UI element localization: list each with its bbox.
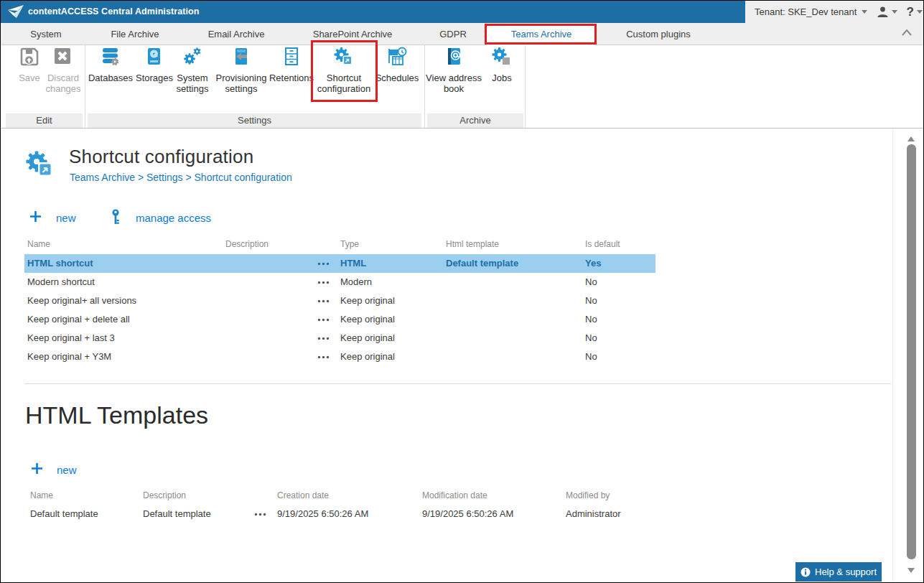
column-header-type[interactable]: Type [340,239,446,249]
manage-access-button[interactable]: manage access [136,212,211,224]
topbar: contentACCESS Central Administration Ten… [1,1,923,23]
tenant-selector[interactable]: Tenant: SKE_Dev tenant [755,6,857,17]
cell-name: Keep original+ all versions [24,292,225,310]
row-actions-icon[interactable] [317,254,340,273]
user-icon [877,6,889,18]
ribbon-item-label: Databases [85,73,136,83]
shortcut-row-keep-original-delete-all[interactable]: Keep original + delete all Keep original… [24,310,655,329]
row-actions-icon[interactable] [317,292,340,310]
cell-name: Keep original + Y3M [24,348,225,366]
ribbon-item-label: Provisioning settings [209,73,274,94]
tenant-caret-icon[interactable] [862,10,867,14]
tab-file-archive[interactable]: File Archive [111,23,159,45]
ribbon: Save Discard changes Databases [1,45,923,129]
row-actions-icon[interactable] [317,329,340,348]
row-actions-icon[interactable] [317,310,340,329]
cell-description [225,310,317,329]
tab-email-archive[interactable]: Email Archive [208,23,265,45]
templates-table-header: Name Description Creation date Modificat… [24,490,655,500]
cell-name: HTML shortcut [24,254,225,273]
section-divider [24,383,891,384]
user-menu[interactable] [877,6,889,18]
row-actions-icon[interactable] [317,348,340,366]
shortcut-configuration-highlight-box [311,40,378,102]
new-shortcut-button[interactable]: new [56,212,76,224]
column-header-description[interactable]: Description [225,239,317,249]
cell-name: Default template [24,505,143,523]
row-actions-icon[interactable] [317,273,340,292]
column-header-name[interactable]: Name [24,239,225,249]
cell-description [225,348,317,366]
ribbon-databases-button[interactable]: Databases [85,45,136,83]
cell-html-template: Default template [446,254,585,273]
cell-name: Modern shortcut [24,273,225,292]
system-settings-icon [182,46,203,67]
shortcut-row-keep-original-last-3[interactable]: Keep original + last 3 Keep original No [24,329,655,348]
page-title: Shortcut configuration [69,146,253,168]
ribbon-jobs-button[interactable]: Jobs [477,45,527,83]
cell-html-template [446,273,585,292]
storages-icon [144,46,165,67]
ribbon-provisioning-settings-button[interactable]: Provisioning settings [209,45,274,94]
shortcut-row-keep-original-all-versions[interactable]: Keep original+ all versions Keep origina… [24,292,655,310]
cell-description [225,329,317,348]
cell-html-template [446,292,585,310]
help-caret-icon[interactable] [917,10,923,14]
ribbon-discard-changes-button[interactable]: Discard changes [38,45,88,94]
column-header-is-default[interactable]: Is default [585,239,655,249]
row-actions-icon[interactable] [254,505,277,523]
ribbon-group-archive: Archive [427,113,523,128]
column-header-creation-date[interactable]: Creation date [277,490,422,500]
column-header-html-template[interactable]: Html template [446,239,585,249]
shortcut-row-html-shortcut[interactable]: HTML shortcut HTML Default template Yes [24,254,655,273]
cell-modified-by: Administrator [566,505,655,523]
new-template-button[interactable]: new [57,464,77,476]
new-shortcut-plus-icon[interactable] [29,210,42,223]
ribbon-separator [525,45,526,128]
user-caret-icon[interactable] [892,10,897,14]
cell-description: Default template [143,505,254,523]
help-support-button[interactable]: Help & support [795,562,882,582]
schedules-icon [386,46,408,67]
page-icon [24,149,56,180]
ribbon-schedules-button[interactable]: Schedules [372,45,422,83]
column-header-description[interactable]: Description [143,490,254,500]
cell-name: Keep original + last 3 [24,329,225,348]
cell-description [225,273,317,292]
app-title: contentACCESS Central Administration [28,1,200,23]
cell-is-default: No [585,292,655,310]
shortcut-row-keep-original-y3m[interactable]: Keep original + Y3M Keep original No [24,348,655,366]
cell-html-template [446,329,585,348]
scroll-up-icon[interactable] [907,136,915,141]
retentions-icon [281,46,302,67]
ribbon-item-label: Jobs [477,73,527,83]
discard-icon [52,46,74,67]
template-row-default-template[interactable]: Default template Default template 9/19/2… [24,505,655,523]
cell-description [225,292,317,310]
address-book-icon [443,46,465,67]
cell-creation-date: 9/19/2025 6:50:26 AM [277,505,422,523]
databases-icon [100,46,121,67]
cell-type: Keep original [340,292,446,310]
manage-access-key-icon[interactable] [111,209,121,225]
new-template-plus-icon[interactable] [31,462,43,475]
ribbon-group-edit: Edit [6,113,83,128]
scrollbar-thumb[interactable] [907,144,916,559]
tab-custom-plugins[interactable]: Custom plugins [626,23,691,45]
tab-system[interactable]: System [30,23,61,45]
cell-html-template [446,310,585,329]
column-header-modification-date[interactable]: Modification date [422,490,566,500]
tab-strip: System File Archive Email Archive ShareP… [1,23,923,45]
help-menu[interactable]: ? [906,5,913,19]
column-header-modified-by[interactable]: Modified by [566,490,655,500]
collapse-ribbon-icon[interactable] [902,29,912,36]
tab-gdpr[interactable]: GDPR [439,23,467,45]
breadcrumb[interactable]: Teams Archive > Settings > Shortcut conf… [70,172,292,183]
column-header-name[interactable]: Name [24,490,143,500]
ribbon-group-settings: Settings [88,113,421,128]
shortcut-row-modern-shortcut[interactable]: Modern shortcut Modern No [24,273,655,292]
cell-is-default: No [585,310,655,329]
scroll-down-icon[interactable] [907,568,915,573]
help-support-label: Help & support [815,566,877,577]
ribbon-retentions-button[interactable]: Retentions [266,45,317,83]
